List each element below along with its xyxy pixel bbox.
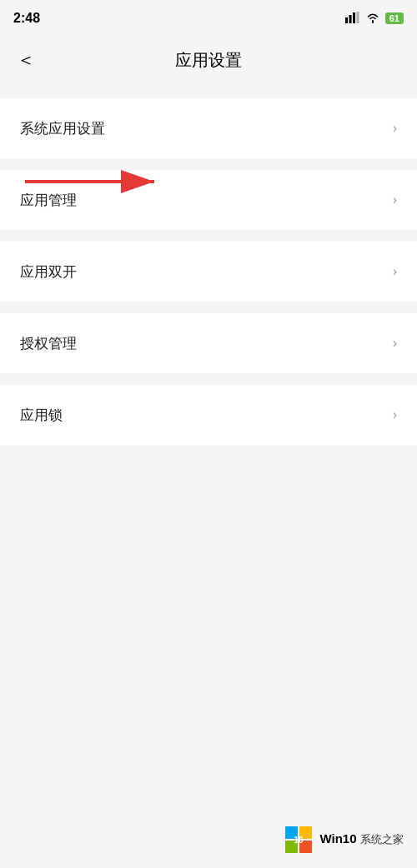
svg-rect-1 [349,15,351,23]
menu-item-system-app-settings[interactable]: 系统应用设置 › [0,98,417,158]
divider [0,232,417,242]
watermark-line2: 系统之家 [360,833,404,846]
svg-rect-2 [353,12,355,23]
watermark-line1: Win10 [320,831,357,846]
menu-item-label: 应用锁 [20,406,63,425]
status-bar: 2:48 61 [0,0,417,37]
watermark: 10 Win10 系统之家 [284,825,404,855]
svg-text:10: 10 [294,836,304,845]
back-button[interactable]: ＜ [17,47,35,72]
divider [0,375,417,385]
chevron-right-icon: › [393,336,397,351]
menu-item-permission-management[interactable]: 授权管理 › [0,313,417,373]
menu-item-label: 应用管理 [20,191,77,210]
header-title: 应用设置 [175,49,242,72]
watermark-text: Win10 系统之家 [320,831,404,847]
menu-content: 系统应用设置 › 应用管理 › 应用双开 › 授权管理 › 应用锁 › [0,83,417,455]
menu-item-label: 授权管理 [20,334,77,353]
header: ＜ 应用设置 [0,37,417,83]
svg-rect-3 [356,12,359,23]
wifi-icon [365,12,380,26]
menu-item-app-lock[interactable]: 应用锁 › [0,385,417,445]
status-time: 2:48 [13,11,40,26]
status-icons: 61 [345,12,404,26]
chevron-right-icon: › [393,121,397,136]
chevron-right-icon: › [393,407,397,422]
menu-item-label: 应用双开 [20,262,77,282]
divider [0,160,417,170]
watermark-logo-icon: 10 [284,825,314,855]
chevron-right-icon: › [393,192,397,207]
chevron-right-icon: › [393,264,397,279]
menu-item-label: 系统应用设置 [20,119,105,138]
svg-rect-0 [345,17,348,23]
sim-icon [345,12,360,26]
battery-icon: 61 [385,12,404,24]
menu-item-app-dual-open[interactable]: 应用双开 › [0,242,417,302]
divider [0,303,417,313]
menu-item-app-management[interactable]: 应用管理 › [0,170,417,230]
